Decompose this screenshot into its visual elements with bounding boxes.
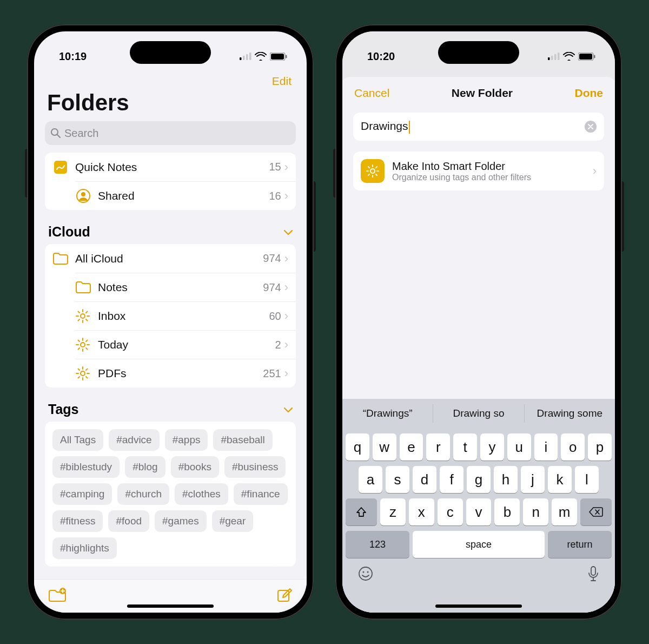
tag-pill[interactable]: #clothes xyxy=(175,483,228,505)
tag-pill[interactable]: #business xyxy=(224,456,286,478)
key-x[interactable]: x xyxy=(409,498,434,525)
key-v[interactable]: v xyxy=(466,498,492,525)
tags-section-header[interactable]: Tags xyxy=(34,395,307,422)
chevron-right-icon: › xyxy=(284,309,288,323)
tag-pill[interactable]: #finance xyxy=(234,483,288,505)
key-e[interactable]: e xyxy=(400,433,423,461)
svg-rect-41 xyxy=(548,57,550,60)
icloud-header-label: iCloud xyxy=(48,224,90,240)
phone-left: 10:19 Edit Folders Search Quick Notes15›… xyxy=(27,24,314,620)
key-n[interactable]: n xyxy=(523,498,548,525)
tag-pill[interactable]: #gear xyxy=(212,510,254,532)
chevron-down-icon xyxy=(284,226,293,238)
icloud-section-header[interactable]: iCloud xyxy=(34,218,307,244)
dictation-button[interactable] xyxy=(587,566,600,587)
key-o[interactable]: o xyxy=(561,433,585,461)
keyboard-suggestion[interactable]: “Drawings” xyxy=(342,399,433,428)
key-f[interactable]: f xyxy=(440,466,463,493)
svg-line-55 xyxy=(376,167,377,168)
key-q[interactable]: q xyxy=(346,433,369,461)
tag-pill[interactable]: #biblestudy xyxy=(52,456,120,478)
search-input[interactable]: Search xyxy=(45,121,296,145)
space-key[interactable]: space xyxy=(413,531,545,558)
row-count: 2 xyxy=(275,339,281,351)
wifi-icon xyxy=(255,52,267,61)
svg-point-48 xyxy=(370,169,375,173)
svg-line-19 xyxy=(86,312,88,313)
folder-name-input[interactable]: Drawings xyxy=(353,113,604,141)
return-key[interactable]: return xyxy=(548,531,612,558)
folder-row[interactable]: Today2› xyxy=(75,330,296,359)
key-g[interactable]: g xyxy=(467,466,491,493)
svg-rect-3 xyxy=(249,52,251,60)
folder-row[interactable]: Quick Notes15› xyxy=(45,153,296,181)
gear-icon xyxy=(75,366,98,381)
tag-pill[interactable]: #apps xyxy=(165,429,208,451)
key-h[interactable]: h xyxy=(494,466,518,493)
key-t[interactable]: t xyxy=(453,433,477,461)
key-k[interactable]: k xyxy=(548,466,572,493)
tag-pill[interactable]: #fitness xyxy=(52,510,103,532)
smart-folder-row[interactable]: Make Into Smart Folder Organize using ta… xyxy=(353,152,604,190)
gear-icon xyxy=(75,337,98,352)
key-d[interactable]: d xyxy=(413,466,436,493)
key-l[interactable]: l xyxy=(575,466,599,493)
chevron-right-icon: › xyxy=(284,280,288,294)
svg-line-35 xyxy=(78,369,80,371)
folder-row[interactable]: Shared16› xyxy=(75,181,296,210)
key-i[interactable]: i xyxy=(534,433,558,461)
battery-icon xyxy=(270,52,287,61)
tag-pill[interactable]: #food xyxy=(108,510,149,532)
compose-button[interactable] xyxy=(276,587,293,606)
tag-pill[interactable]: #camping xyxy=(52,483,112,505)
backspace-key[interactable] xyxy=(580,498,612,525)
done-button[interactable]: Done xyxy=(575,87,604,100)
tag-pill[interactable]: All Tags xyxy=(52,429,103,451)
tag-pill[interactable]: #blog xyxy=(125,456,165,478)
key-r[interactable]: r xyxy=(426,433,450,461)
new-folder-button[interactable] xyxy=(48,588,67,605)
key-y[interactable]: y xyxy=(480,433,504,461)
clear-text-button[interactable] xyxy=(585,121,597,133)
tag-pill[interactable]: #games xyxy=(155,510,207,532)
keyboard: “Drawings”Drawing soDrawing some qwertyu… xyxy=(342,399,615,613)
folder-row[interactable]: Inbox60› xyxy=(75,301,296,330)
icloud-folders-card: All iCloud974›Notes974›Inbox60›Today2›PD… xyxy=(45,244,296,387)
key-u[interactable]: u xyxy=(507,433,531,461)
folder-row[interactable]: Notes974› xyxy=(75,273,296,301)
tag-pill[interactable]: #advice xyxy=(109,429,160,451)
key-row-3: zxcvbnm xyxy=(342,498,615,525)
folder-row[interactable]: All iCloud974› xyxy=(45,244,296,273)
key-a[interactable]: a xyxy=(359,466,382,493)
search-placeholder: Search xyxy=(64,127,98,140)
tag-pill[interactable]: #books xyxy=(171,456,219,478)
numbers-key[interactable]: 123 xyxy=(346,531,409,558)
key-j[interactable]: j xyxy=(521,466,545,493)
folder-row[interactable]: PDFs251› xyxy=(75,359,296,387)
keyboard-suggestions: “Drawings”Drawing soDrawing some xyxy=(342,399,615,428)
home-indicator[interactable] xyxy=(127,604,214,608)
keyboard-suggestion[interactable]: Drawing some xyxy=(524,404,615,423)
key-w[interactable]: w xyxy=(373,433,396,461)
tags-header-label: Tags xyxy=(48,402,79,417)
chevron-down-icon xyxy=(284,403,293,416)
key-s[interactable]: s xyxy=(386,466,409,493)
tag-pill[interactable]: #baseball xyxy=(213,429,272,451)
keyboard-suggestion[interactable]: Drawing so xyxy=(433,404,524,423)
row-label: Inbox xyxy=(98,310,269,323)
cancel-button[interactable]: Cancel xyxy=(354,87,389,100)
battery-icon xyxy=(578,52,595,61)
key-m[interactable]: m xyxy=(552,498,577,525)
shift-key[interactable] xyxy=(346,498,377,525)
tag-pill[interactable]: #church xyxy=(117,483,169,505)
key-c[interactable]: c xyxy=(438,498,463,525)
emoji-button[interactable] xyxy=(357,566,374,587)
home-indicator[interactable] xyxy=(435,604,522,608)
tag-pill[interactable]: #highlights xyxy=(52,537,117,559)
key-z[interactable]: z xyxy=(380,498,406,525)
svg-point-57 xyxy=(359,567,372,580)
row-count: 974 xyxy=(263,252,281,265)
edit-button[interactable]: Edit xyxy=(34,71,307,90)
key-p[interactable]: p xyxy=(588,433,612,461)
key-b[interactable]: b xyxy=(494,498,520,525)
